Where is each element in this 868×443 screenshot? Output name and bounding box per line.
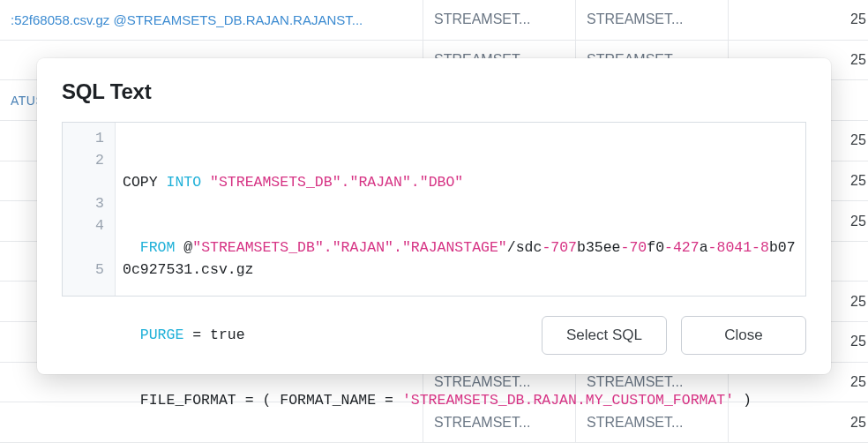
table-cell: 25 (849, 322, 868, 362)
table-cell: 25 (849, 161, 868, 201)
line-number: 3 (63, 193, 108, 215)
table-cell: 25 (849, 363, 868, 402)
table-cell: 25 (849, 282, 868, 321)
code-line: PURGE = true (123, 325, 797, 347)
code-line: FILE_FORMAT = ( FORMAT_NAME = 'STREAMSET… (123, 390, 797, 412)
sql-code-editor[interactable]: 1 2 3 4 5 COPY INTO "STREAMSETS_DB"."RAJ… (62, 122, 806, 297)
table-cell (849, 80, 868, 120)
editor-gutter: 1 2 3 4 5 (63, 123, 116, 296)
table-row: :52f68058.csv.gz @STREAMSETS_DB.RAJAN.RA… (0, 0, 868, 41)
line-number: 5 (63, 259, 108, 282)
editor-body[interactable]: COPY INTO "STREAMSETS_DB"."RAJAN"."DBO" … (116, 123, 805, 296)
table-cell: 25 (849, 0, 868, 40)
table-cell (729, 0, 849, 40)
modal-title: SQL Text (62, 79, 806, 104)
table-cell: 25 (849, 121, 868, 161)
sql-text-modal: SQL Text 1 2 3 4 5 COPY INTO "STREAMSETS… (37, 58, 831, 374)
table-cell: STREAMSET... (423, 0, 576, 40)
line-number: 1 (63, 128, 108, 150)
table-cell (849, 242, 868, 282)
code-line: FROM @"STREAMSETS_DB"."RAJAN"."RAJANSTAG… (123, 237, 797, 282)
line-number: 4 (63, 215, 108, 237)
table-cell: 25 (849, 402, 868, 442)
table-cell: 25 (849, 41, 868, 80)
line-number: 2 (63, 150, 108, 172)
code-line: COPY INTO "STREAMSETS_DB"."RAJAN"."DBO" (123, 172, 797, 194)
table-cell: 25 (849, 201, 868, 241)
file-cell: :52f68058.csv.gz @STREAMSETS_DB.RAJAN.RA… (0, 0, 423, 40)
table-cell: STREAMSET... (576, 0, 729, 40)
